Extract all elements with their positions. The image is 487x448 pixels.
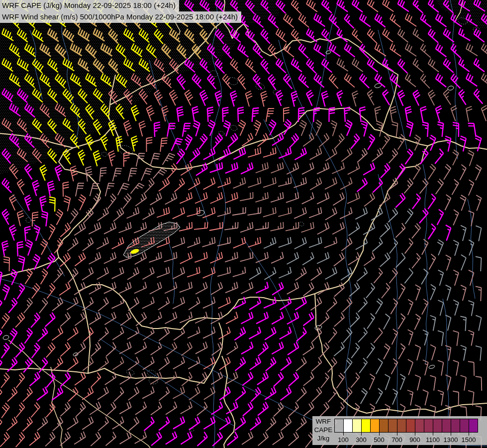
legend-tick-label: 900 bbox=[406, 436, 423, 444]
legend-cell bbox=[343, 419, 353, 433]
legend-tick-label: 500 bbox=[371, 436, 388, 444]
legend-tick bbox=[469, 433, 469, 436]
legend-title: WRF CAPE J/kg bbox=[313, 417, 333, 443]
legend-cell bbox=[370, 419, 380, 433]
legend-title-param: CAPE bbox=[313, 426, 333, 434]
legend-cell bbox=[442, 419, 451, 433]
weather-map-canvas bbox=[0, 0, 487, 448]
title-shear: WRF Wind shear (m/s) 500/1000hPa Monday … bbox=[0, 11, 241, 23]
legend-title-model: WRF bbox=[313, 417, 333, 426]
legend-tick bbox=[415, 433, 415, 436]
cape-legend: WRF CAPE J/kg 10030050070090011001300150… bbox=[312, 416, 487, 445]
legend-tick-label: 1100 bbox=[424, 436, 441, 444]
map-title-box: WRF CAPE (J/kg) Monday 22-09-2025 18:00 … bbox=[0, 0, 241, 23]
legend-tick bbox=[361, 433, 362, 436]
legend-cell bbox=[388, 419, 397, 433]
legend-cell bbox=[352, 419, 362, 433]
legend-tick-label: 100 bbox=[335, 436, 352, 444]
legend-colorbar bbox=[334, 419, 478, 433]
legend-title-unit: J/kg bbox=[313, 434, 333, 443]
legend-tick-label: 300 bbox=[353, 436, 370, 444]
legend-cell bbox=[406, 419, 415, 433]
legend-cell bbox=[415, 419, 424, 433]
legend-cell bbox=[451, 419, 460, 433]
title-cape: WRF CAPE (J/kg) Monday 22-09-2025 18:00 … bbox=[0, 0, 179, 11]
legend-cell bbox=[361, 419, 371, 433]
legend-tick bbox=[343, 433, 344, 436]
legend-cell bbox=[397, 419, 406, 433]
legend-cell bbox=[379, 419, 389, 433]
legend-tick bbox=[451, 433, 451, 436]
legend-tick bbox=[433, 433, 433, 436]
legend-cell bbox=[460, 419, 469, 433]
weather-map-page: WRF CAPE (J/kg) Monday 22-09-2025 18:00 … bbox=[0, 0, 487, 448]
legend-cell bbox=[424, 419, 433, 433]
legend-cell bbox=[433, 419, 442, 433]
legend-tick-label: 700 bbox=[389, 436, 405, 444]
legend-cell bbox=[334, 419, 344, 433]
legend-tick bbox=[397, 433, 397, 436]
legend-cell bbox=[469, 419, 478, 433]
legend-tick-label: 1300 bbox=[442, 436, 459, 444]
legend-tick bbox=[379, 433, 380, 436]
legend-tick-label: 1500 bbox=[460, 436, 477, 444]
